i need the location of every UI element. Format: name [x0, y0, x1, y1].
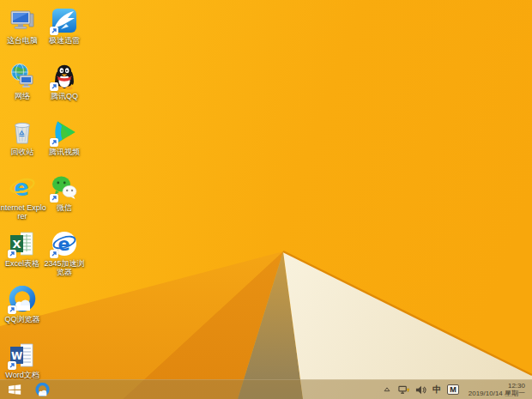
icon-label: QQ浏览器 [0, 315, 46, 323]
desktop-icon-word[interactable]: W Word文档 [0, 342, 46, 379]
start-button[interactable] [0, 380, 29, 399]
icon-label: Internet Explorer [0, 203, 46, 221]
word-icon: W [9, 342, 36, 369]
qq-browser-icon [35, 383, 50, 397]
taskbar: 中 M 12:30 2019/10/14 星期一 [0, 379, 532, 399]
windows-logo-icon [9, 384, 21, 395]
clock-date: 2019/10/14 星期一 [469, 390, 525, 397]
clock-time: 12:30 [469, 382, 525, 390]
internet-explorer-icon: e [9, 174, 36, 202]
desktop-icon-excel[interactable]: X Excel表格 [0, 230, 46, 268]
shortcut-arrow-icon [50, 27, 58, 35]
qq-browser-icon [9, 286, 36, 313]
shortcut-arrow-icon [8, 361, 16, 370]
desktop-icon-recycle-bin[interactable]: 回收站 [0, 118, 46, 156]
icon-label: 极速迅雷 [40, 36, 88, 45]
ime-mode-indicator[interactable]: M [447, 384, 459, 395]
desktop-icon-internet-explorer[interactable]: e Internet Explorer [0, 174, 46, 221]
network-status-icon[interactable] [398, 384, 409, 396]
icon-label: Word文档 [0, 371, 46, 379]
qq-penguin-icon [51, 63, 78, 90]
icon-label: 这台电脑 [0, 36, 46, 45]
taskbar-clock[interactable]: 12:30 2019/10/14 星期一 [469, 382, 527, 397]
icon-label: 回收站 [0, 148, 46, 156]
taskbar-pinned-qq-browser[interactable] [29, 380, 55, 399]
shortcut-arrow-icon [50, 250, 58, 258]
icon-label: 微信 [40, 203, 88, 212]
desktop-icon-tencent-qq[interactable]: 腾讯QQ [40, 63, 88, 100]
icon-label: 2345加速浏览器 [40, 259, 88, 276]
show-hidden-icons-chevron-icon[interactable] [381, 384, 392, 396]
windows-desktop: 这台电脑 极速迅雷 [0, 0, 532, 399]
shortcut-arrow-icon [50, 194, 58, 203]
system-tray: 中 M 12:30 2019/10/14 星期一 [381, 380, 532, 399]
shortcut-arrow-icon [50, 138, 58, 147]
desktop-icon-xunlei[interactable]: 极速迅雷 [40, 7, 88, 45]
desktop-icon-2345-browser[interactable]: e 2345加速浏览器 [40, 230, 88, 276]
browser-2345-icon: e [51, 230, 78, 257]
wechat-icon [51, 174, 78, 202]
icon-label: 腾讯QQ [40, 92, 88, 100]
xunlei-icon [51, 7, 78, 34]
icon-label: Excel表格 [0, 259, 46, 268]
this-pc-icon [9, 7, 36, 34]
desktop-icon-this-pc[interactable]: 这台电脑 [0, 7, 46, 45]
shortcut-arrow-icon [8, 305, 16, 314]
excel-icon: X [9, 230, 36, 257]
desktop-icon-qq-browser[interactable]: QQ浏览器 [0, 286, 46, 323]
icon-label: 腾讯视频 [40, 148, 88, 156]
svg-text:W: W [11, 350, 22, 362]
icon-label: 网络 [0, 92, 46, 100]
desktop-icon-tencent-video[interactable]: 腾讯视频 [40, 118, 88, 156]
recycle-bin-icon [9, 118, 36, 146]
volume-icon[interactable] [415, 384, 426, 396]
svg-text:X: X [12, 238, 21, 251]
ime-language-indicator[interactable]: 中 [432, 384, 441, 396]
desktop-icon-network[interactable]: 网络 [0, 63, 46, 100]
desktop-icon-wechat[interactable]: 微信 [40, 174, 88, 212]
tencent-video-icon [51, 118, 78, 146]
network-globe-icon [9, 63, 36, 90]
shortcut-arrow-icon [50, 82, 58, 91]
shortcut-arrow-icon [8, 250, 16, 258]
